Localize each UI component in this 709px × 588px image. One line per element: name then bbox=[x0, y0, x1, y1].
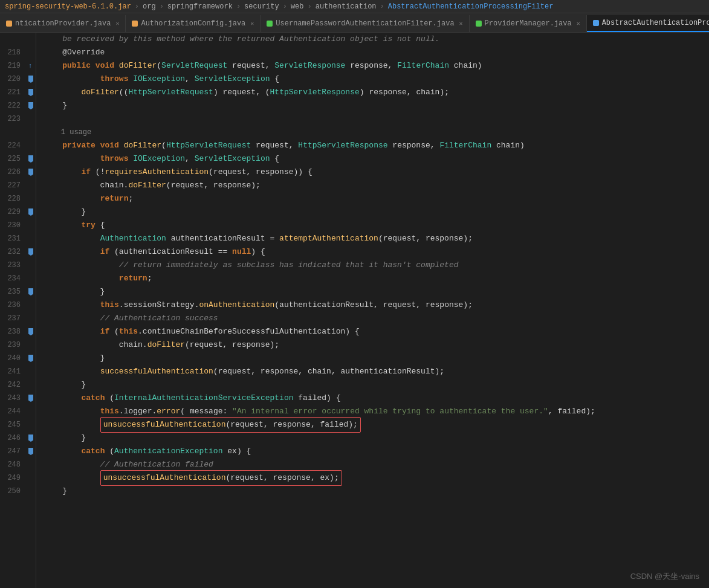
line-row: 248 bbox=[0, 458, 36, 471]
code-line-241: successfulAuthentication(request, respon… bbox=[41, 365, 709, 378]
bookmark-icon bbox=[28, 288, 33, 296]
line-row: 239 bbox=[0, 338, 36, 352]
code-line-247: catch (AuthenticationException ex) { bbox=[41, 445, 709, 458]
bookmark-icon bbox=[28, 248, 33, 256]
line-row: 250 bbox=[0, 485, 36, 498]
bookmark-icon bbox=[28, 169, 33, 176]
code-line-227: chain.doFilter(request, response); bbox=[41, 179, 709, 192]
line-row: 241 bbox=[0, 365, 36, 378]
close-icon[interactable]: ✕ bbox=[459, 20, 463, 27]
red-box-245: unsuccessfulAuthentication(request, resp… bbox=[100, 417, 361, 433]
tab-icon bbox=[593, 20, 599, 26]
line-row: 223 bbox=[0, 112, 36, 126]
code-content: be received by this method where the ret… bbox=[36, 33, 709, 588]
line-row: 218 bbox=[0, 46, 36, 59]
red-box-249: unsuccessfulAuthentication(request, resp… bbox=[100, 470, 342, 486]
close-icon[interactable]: ✕ bbox=[250, 20, 254, 27]
tab-icon bbox=[476, 21, 482, 27]
tab-bar: nticationProvider.java ✕ AuthorizationCo… bbox=[0, 13, 709, 33]
line-row: 220 bbox=[0, 73, 36, 86]
code-line-229: } bbox=[41, 205, 709, 219]
line-row bbox=[0, 126, 36, 139]
line-row: 233 bbox=[0, 259, 36, 272]
code-line-223 bbox=[41, 112, 709, 126]
code-line-225: throws IOException, ServletException { bbox=[41, 152, 709, 166]
line-row: 228 bbox=[0, 192, 36, 205]
line-row: 243 bbox=[0, 392, 36, 405]
code-line-236: this.sessionStrategy.onAuthentication(au… bbox=[41, 299, 709, 312]
code-line-246: } bbox=[41, 431, 709, 445]
override-icon: ↑ bbox=[28, 62, 33, 69]
code-line-231: Authentication authenticationResult = at… bbox=[41, 232, 709, 245]
line-row: 244 bbox=[0, 405, 36, 418]
bookmark-icon bbox=[28, 355, 33, 362]
line-row: 247 bbox=[0, 445, 36, 458]
code-line-222: } bbox=[41, 99, 709, 112]
breadcrumb-jar[interactable]: spring-security-web-6.1.0.jar bbox=[5, 2, 131, 11]
line-row: 249 bbox=[0, 471, 36, 485]
line-row: 230 bbox=[0, 219, 36, 232]
code-line-238: if (this.continueChainBeforeSuccessfulAu… bbox=[41, 325, 709, 338]
tab-provider[interactable]: nticationProvider.java ✕ bbox=[0, 15, 126, 32]
line-row: 246 bbox=[0, 431, 36, 445]
line-row: 232 bbox=[0, 245, 36, 259]
code-line-237: // Authentication success bbox=[41, 312, 709, 325]
line-row: 237 bbox=[0, 312, 36, 325]
tab-icon bbox=[6, 21, 12, 27]
line-row: 245 bbox=[0, 418, 36, 431]
line-row: 240 bbox=[0, 352, 36, 365]
line-row: 227 bbox=[0, 179, 36, 192]
line-row bbox=[0, 33, 36, 46]
code-line-250: } bbox=[41, 485, 709, 498]
line-row: 238 bbox=[0, 325, 36, 338]
code-line-249: unsuccessfulAuthentication(request, resp… bbox=[41, 471, 709, 485]
code-line-230: try { bbox=[41, 219, 709, 232]
code-line-234: return; bbox=[41, 272, 709, 285]
bookmark-icon bbox=[28, 89, 33, 96]
tab-providermanager[interactable]: ProviderManager.java ✕ bbox=[470, 15, 587, 32]
code-line-245: unsuccessfulAuthentication(request, resp… bbox=[41, 418, 709, 431]
bookmark-icon bbox=[28, 155, 33, 163]
code-line-224: private void doFilter(HttpServletRequest… bbox=[41, 139, 709, 152]
tab-usernamepassword[interactable]: UsernamePasswordAuthenticationFilter.jav… bbox=[261, 15, 469, 32]
code-line-240: } bbox=[41, 352, 709, 365]
code-line-228: return; bbox=[41, 192, 709, 205]
code-line-244: this.logger.error( message: "An internal… bbox=[41, 405, 709, 418]
code-area: 218 219 ↑ 220 221 222 bbox=[0, 33, 709, 588]
tab-icon bbox=[267, 21, 273, 27]
code-line-242: } bbox=[41, 378, 709, 392]
bookmark-icon bbox=[28, 102, 33, 109]
line-row: 242 bbox=[0, 378, 36, 392]
bookmark-icon bbox=[28, 328, 33, 335]
line-row: 229 bbox=[0, 205, 36, 219]
bookmark-icon bbox=[28, 208, 33, 216]
code-line-usage: 1 usage bbox=[41, 126, 709, 139]
watermark: CSDN @天坐-vains bbox=[630, 571, 699, 582]
line-row: 236 bbox=[0, 299, 36, 312]
code-line-219: public void doFilter(ServletRequest requ… bbox=[41, 59, 709, 73]
line-row: 224 bbox=[0, 139, 36, 152]
bookmark-icon bbox=[28, 448, 33, 455]
code-line-220: throws IOException, ServletException { bbox=[41, 73, 709, 86]
code-line-243: catch (InternalAuthenticationServiceExce… bbox=[41, 392, 709, 405]
line-row: 231 bbox=[0, 232, 36, 245]
breadcrumb: spring-security-web-6.1.0.jar › org › sp… bbox=[5, 2, 553, 11]
close-icon[interactable]: ✕ bbox=[577, 20, 580, 27]
code-line-232: if (authenticationResult == null) { bbox=[41, 245, 709, 259]
code-line-218: @Override bbox=[41, 46, 709, 59]
tab-authconfig[interactable]: AuthorizationConfig.java ✕ bbox=[126, 15, 261, 32]
line-row-219: 219 ↑ bbox=[0, 59, 36, 73]
line-row: 226 bbox=[0, 166, 36, 179]
code-line-235: } bbox=[41, 285, 709, 299]
code-line-248: // Authentication failed bbox=[41, 458, 709, 471]
line-row: 225 bbox=[0, 152, 36, 166]
bookmark-icon bbox=[28, 435, 33, 442]
code-line-top-comment: be received by this method where the ret… bbox=[41, 33, 709, 46]
line-row: 221 bbox=[0, 86, 36, 99]
tab-abstractfilter[interactable]: AbstractAuthenticationProcessingFilter.j… bbox=[587, 15, 709, 32]
line-gutter: 218 219 ↑ 220 221 222 bbox=[0, 33, 36, 588]
bookmark-icon bbox=[28, 76, 33, 83]
bookmark-icon bbox=[28, 395, 33, 402]
close-icon[interactable]: ✕ bbox=[115, 20, 119, 27]
code-line-226: if (!requiresAuthentication(request, res… bbox=[41, 166, 709, 179]
